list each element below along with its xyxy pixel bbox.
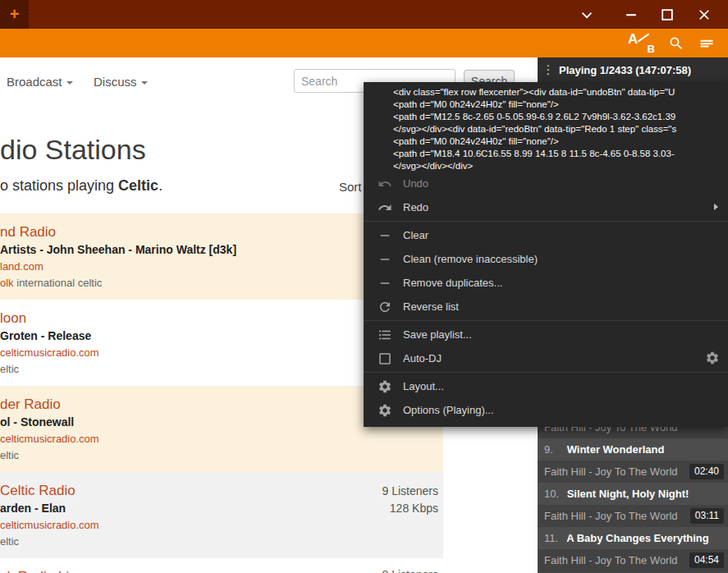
gear-icon[interactable] [705,351,720,365]
kebab-menu-icon[interactable]: ⋮ [538,62,559,77]
station-name-link[interactable]: Celtic Radio [0,481,443,500]
chevron-down-icon [141,81,148,85]
add-button[interactable]: + [0,0,29,29]
menu-item-label: Clean (remove inaccessible) [403,253,538,265]
track-artist: Faith Hill - Joy To The World [544,465,678,478]
menu-item-label: Undo [403,177,428,190]
station-url-link[interactable]: celticmusicradio.com [0,431,443,447]
station-meta: 8 Listeners [382,566,438,573]
logo-letter-b: B [648,43,655,55]
menu-item-undo[interactable]: Undo [364,172,728,195]
gear-icon [378,379,392,394]
subtitle-period: . [158,177,163,194]
menu-item-layout[interactable]: Layout... [364,374,728,398]
playlist-title-row[interactable]: 11. A Baby Changes Everything [538,527,728,549]
station-tags: eltic [0,447,443,463]
raw-svg-code-block: <div class="flex row flexcenter"><div da… [364,82,728,172]
menu-item-remove-duplicates[interactable]: Remove duplicates... [364,271,728,295]
playlist-header[interactable]: ⋮ Playing 1/2433 (147:07:58) [538,57,728,82]
maximize-icon [659,7,675,23]
redo-icon [378,200,392,215]
window-menu-button[interactable] [572,0,602,29]
menu-item-clear[interactable]: Clear [364,223,728,247]
station-row[interactable]: Celtic Radio arden - Elan celticmusicrad… [0,472,443,558]
menu-item-options-playing[interactable]: Options (Playing)... [364,398,728,422]
list-icon [378,328,392,342]
minimize-icon [623,7,639,23]
page-subtitle: o stations playing Celtic. [0,177,163,195]
menu-separator [364,221,728,222]
logo-letter-a: A [628,31,638,48]
menu-item-label: Auto-DJ [403,352,442,364]
track-artist: Faith Hill - Joy To The World [544,554,678,566]
playlist-artist-row[interactable]: Faith Hill - Joy To The World 02:40 [538,461,728,483]
station-tags: eltic [0,534,443,549]
submenu-arrow-icon [714,204,718,210]
menu-separator [364,320,728,321]
bitrate: 128 Kbps [382,500,438,517]
menu-item-label: Reverse list [403,300,459,313]
station-row[interactable]: ck Radio Live 8 Listeners [0,558,443,573]
remove-icon [378,276,392,291]
track-duration: 02:40 [689,464,724,479]
chevron-down-icon [578,6,596,24]
minimize-button[interactable] [616,0,646,29]
playing-status: Playing 1/2433 (147:07:58) [559,64,691,76]
station-url-link[interactable]: celticmusicradio.com [0,517,443,534]
menu-item-label: Clear [403,229,428,241]
code-line: </svg></div></div> [393,160,725,172]
code-line: <path d="M18.4 10.6C16.55 8.99 14.15 8 1… [393,148,725,160]
track-number: 11. [544,527,564,549]
playlist-context-menu: <div class="flex row flexcenter"><div da… [364,82,728,427]
track-duration: 04:54 [689,552,724,568]
menu-item-auto-dj[interactable]: Auto-DJ [364,346,728,370]
logo-slash [638,34,649,43]
subtitle-genre: Celtic [118,177,158,194]
playlist-artist-row[interactable]: Faith Hill - Joy To The World 03:11 [538,505,728,527]
playlist-artist-row[interactable]: Faith Hill - Joy To The World 04:54 [538,549,728,571]
menu-item-redo[interactable]: Redo [364,195,728,219]
menu-separator [364,372,728,373]
nav-broadcast[interactable]: Broadcast [7,75,73,89]
remove-icon [378,252,392,267]
playlist-title-row[interactable]: 9. Winter Wonderland [538,438,728,461]
code-line: <div class="flex row flexcenter"><div da… [393,86,725,99]
menu-item-clean[interactable]: Clean (remove inaccessible) [364,247,728,271]
station-tag-link[interactable]: olk [0,277,14,289]
station-now-playing: arden - Elan [0,500,443,517]
maximize-button[interactable] [652,0,682,29]
code-line: <path d="M0 0h24v24H0z" fill="none"/> [393,135,725,148]
app-logo: A B [625,31,657,55]
titlebar: + [0,0,728,29]
station-name-link[interactable]: ck Radio Live [0,567,443,573]
nav-discuss-label: Discuss [94,75,137,89]
search-icon[interactable] [666,34,686,53]
menu-item-label: Remove duplicates... [403,277,502,289]
track-artist: Faith Hill - Joy To The World [544,510,678,522]
queue-icon[interactable] [697,34,717,53]
undo-icon [378,176,392,191]
track-number: 9. [544,438,564,461]
menu-item-save-playlist[interactable]: Save playlist... [364,323,728,346]
chevron-down-icon [66,81,73,85]
playlist: Faith Hill - Joy To The World 9. Winter … [538,416,728,571]
menu-item-reverse-list[interactable]: Reverse list [364,295,728,319]
code-line: </svg></div><div data-id="redoBtn" data-… [393,123,725,135]
code-line: <path d="M12.5 8c-2.65 0-5.05.99-6.9 2.6… [393,111,725,123]
nav-broadcast-label: Broadcast [7,75,62,89]
close-button[interactable] [689,0,719,29]
playlist-title-row[interactable]: 10. Silent Night, Holy Night! [538,483,728,505]
code-line: <path d="M0 0h24v24H0z" fill="none"/> [393,99,725,111]
station-tag-text: international celtic [14,277,103,289]
subtitle-text: o stations playing [0,177,118,194]
app-header: A B [0,29,728,57]
menu-item-label: Save playlist... [403,328,472,341]
track-duration: 03:11 [690,508,724,524]
track-title: Winter Wonderland [567,443,665,456]
track-title: Silent Night, Holy Night! [567,488,689,500]
refresh-icon [378,300,392,314]
close-icon [696,7,712,23]
nav-discuss[interactable]: Discuss [94,75,148,89]
checkbox-unchecked-icon [378,351,392,366]
gear-icon [378,403,392,418]
